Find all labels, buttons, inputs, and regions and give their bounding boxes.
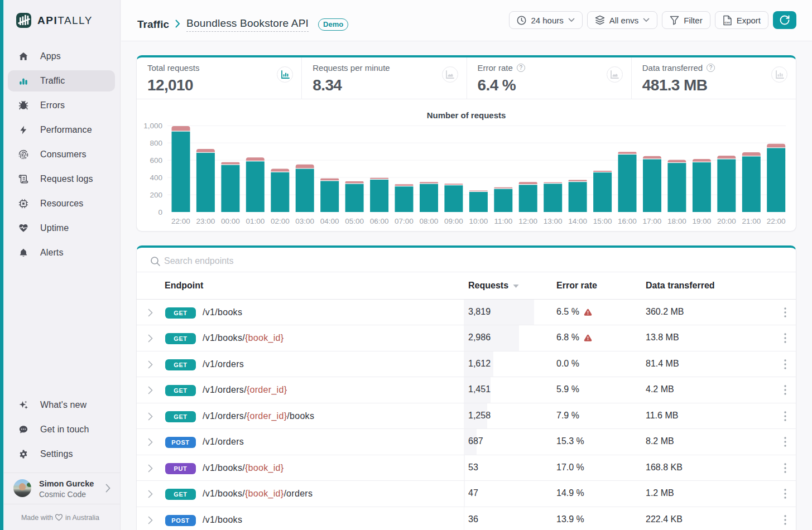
svg-text:08:00: 08:00 [420, 217, 439, 225]
svg-text:1,000: 1,000 [143, 122, 162, 130]
svg-text:400: 400 [150, 174, 162, 182]
svg-text:22:00: 22:00 [767, 217, 786, 225]
svg-text:600: 600 [150, 156, 162, 165]
svg-text:12:00: 12:00 [518, 217, 537, 225]
svg-text:16:00: 16:00 [618, 217, 637, 225]
svg-text:11:00: 11:00 [494, 217, 512, 225]
svg-text:17:00: 17:00 [643, 217, 662, 225]
svg-text:21:00: 21:00 [742, 217, 761, 225]
svg-text:06:00: 06:00 [370, 217, 389, 225]
svg-text:22:00: 22:00 [171, 217, 190, 225]
svg-text:10:00: 10:00 [469, 217, 488, 225]
svg-text:00:00: 00:00 [221, 217, 240, 225]
svg-text:01:00: 01:00 [246, 217, 265, 225]
svg-text:09:00: 09:00 [444, 217, 463, 225]
svg-text:04:00: 04:00 [320, 217, 339, 225]
svg-text:02:00: 02:00 [271, 217, 290, 225]
svg-text:15:00: 15:00 [593, 217, 612, 225]
svg-text:19:00: 19:00 [693, 217, 712, 225]
svg-text:csv: csv [724, 20, 731, 23]
svg-text:13:00: 13:00 [544, 217, 563, 225]
svg-text:800: 800 [150, 139, 162, 147]
svg-text:23:00: 23:00 [196, 217, 215, 225]
svg-text:05:00: 05:00 [345, 217, 364, 225]
svg-text:03:00: 03:00 [295, 217, 314, 225]
svg-text:14:00: 14:00 [568, 217, 587, 225]
svg-text:07:00: 07:00 [395, 217, 414, 225]
svg-text:18:00: 18:00 [667, 217, 686, 225]
svg-text:20:00: 20:00 [717, 217, 736, 225]
svg-text:0: 0 [158, 208, 162, 216]
svg-text:200: 200 [150, 191, 162, 199]
